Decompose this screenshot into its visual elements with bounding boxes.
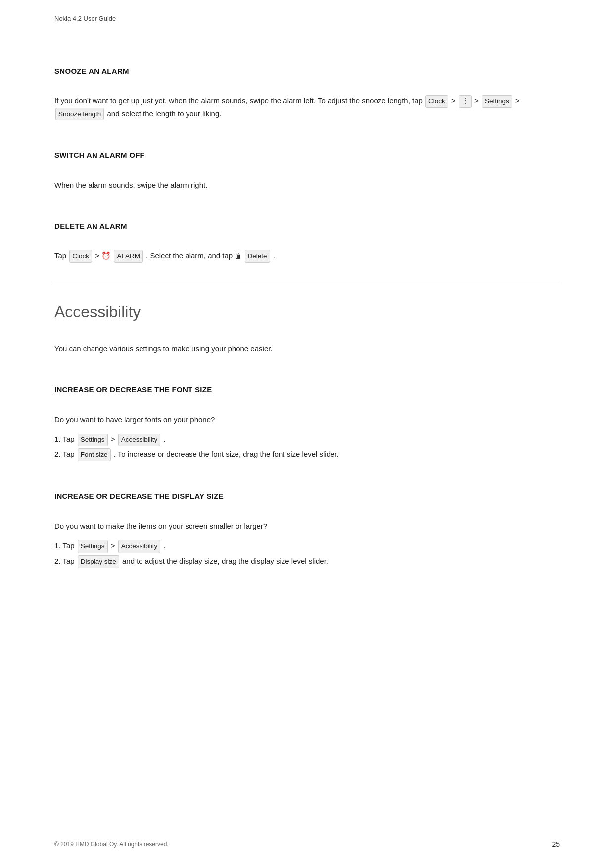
display-step2-end: and to adjust the display size, drag the… xyxy=(120,557,328,565)
delete-mid-text: . Select the alarm, and tap xyxy=(144,251,235,260)
snooze-sep3: > xyxy=(513,96,520,105)
trash-icon: 🗑 xyxy=(235,252,241,260)
page-container: Nokia 4.2 User Guide SNOOZE AN ALARM If … xyxy=(0,0,614,868)
font-step1-sep: > xyxy=(109,435,117,443)
display-size-code: Display size xyxy=(78,555,119,568)
font-size-title: INCREASE OR DECREASE THE FONT SIZE xyxy=(54,386,560,394)
display-size-steps: 1. Tap Settings > Accessibility . 2. Tap… xyxy=(54,540,560,568)
display-size-section: INCREASE OR DECREASE THE DISPLAY SIZE Do… xyxy=(54,492,560,568)
more-icon-code: ⋮ xyxy=(459,95,472,108)
footer-page-number: 25 xyxy=(552,840,560,848)
font-step1-pre: 1. Tap xyxy=(54,435,77,443)
font-size-code: Font size xyxy=(78,448,111,461)
display-size-step2: 2. Tap Display size and to adjust the di… xyxy=(54,555,560,568)
accessibility-section: Accessibility You can change various set… xyxy=(54,303,560,355)
display-size-step1: 1. Tap Settings > Accessibility . xyxy=(54,540,560,553)
display-step1-end: . xyxy=(161,541,165,550)
footer-copyright: © 2019 HMD Global Oy. All rights reserve… xyxy=(54,841,169,848)
font-size-step1: 1. Tap Settings > Accessibility . xyxy=(54,434,560,446)
font-step2-end: . To increase or decrease the font size,… xyxy=(112,450,339,458)
font-size-step2: 2. Tap Font size . To increase or decrea… xyxy=(54,448,560,461)
font-settings-code: Settings xyxy=(78,434,108,446)
switch-title: SWITCH AN ALARM OFF xyxy=(54,151,560,159)
snooze-end-text: and select the length to your liking. xyxy=(105,109,221,118)
alarm-icon: ⏰ xyxy=(101,251,111,260)
snooze-title: SNOOZE AN ALARM xyxy=(54,67,560,75)
accessibility-intro: You can change various settings to make … xyxy=(54,343,560,355)
footer: © 2019 HMD Global Oy. All rights reserve… xyxy=(54,840,560,848)
settings-code-snooze: Settings xyxy=(482,95,512,108)
delete-body: Tap Clock > ⏰ ALARM . Select the alarm, … xyxy=(54,250,560,263)
delete-section: DELETE AN ALARM Tap Clock > ⏰ ALARM . Se… xyxy=(54,222,560,263)
display-size-title: INCREASE OR DECREASE THE DISPLAY SIZE xyxy=(54,492,560,500)
delete-sep1: > xyxy=(93,251,101,260)
display-size-intro: Do you want to make the items on your sc… xyxy=(54,520,560,532)
delete-code: Delete xyxy=(241,251,271,260)
font-step1-end: . xyxy=(161,435,165,443)
font-size-section: INCREASE OR DECREASE THE FONT SIZE Do yo… xyxy=(54,386,560,462)
document-header: Nokia 4.2 User Guide xyxy=(54,15,560,22)
delete-period: . xyxy=(271,251,275,260)
delete-title: DELETE AN ALARM xyxy=(54,222,560,230)
font-step2-pre: 2. Tap xyxy=(54,450,77,458)
delete-alarm-code: ALARM xyxy=(111,251,144,260)
snooze-sep1: > xyxy=(449,96,458,105)
clock-code: Clock xyxy=(425,95,448,108)
delete-clock-code: Clock xyxy=(69,250,92,263)
switch-body: When the alarm sounds, swipe the alarm r… xyxy=(54,179,560,191)
font-accessibility-code: Accessibility xyxy=(118,434,161,446)
section-divider-1 xyxy=(54,283,560,283)
font-size-steps: 1. Tap Settings > Accessibility . 2. Tap… xyxy=(54,434,560,462)
snooze-sep2: > xyxy=(472,96,481,105)
font-size-intro: Do you want to have larger fonts on your… xyxy=(54,414,560,426)
snooze-length-code: Snooze length xyxy=(55,108,104,121)
display-step1-sep: > xyxy=(109,541,117,550)
display-settings-code: Settings xyxy=(78,540,108,553)
display-step2-pre: 2. Tap xyxy=(54,557,77,565)
display-accessibility-code: Accessibility xyxy=(118,540,161,553)
snooze-section: SNOOZE AN ALARM If you don't want to get… xyxy=(54,67,560,120)
display-step1-pre: 1. Tap xyxy=(54,541,77,550)
accessibility-title: Accessibility xyxy=(54,303,560,321)
header-title: Nokia 4.2 User Guide xyxy=(54,15,116,22)
snooze-body: If you don't want to get up just yet, wh… xyxy=(54,95,560,120)
delete-tap-text: Tap xyxy=(54,251,68,260)
snooze-text-1: If you don't want to get up just yet, wh… xyxy=(54,96,425,105)
switch-section: SWITCH AN ALARM OFF When the alarm sound… xyxy=(54,151,560,191)
